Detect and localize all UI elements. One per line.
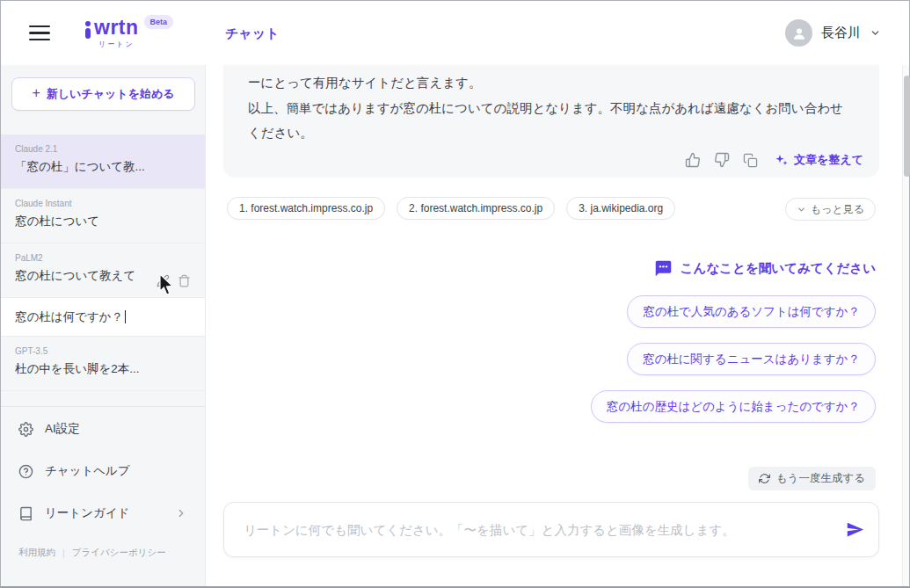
source-chip[interactable]: 1. forest.watch.impress.co.jp (227, 197, 385, 220)
user-icon (791, 25, 807, 41)
app-window: wrtn リートン Beta チャット 長谷川 + 新しいチャットを始める Cl… (0, 0, 910, 588)
new-chat-button[interactable]: + 新しいチャットを始める (11, 77, 195, 111)
chat-history-list: Claude 2.1 「窓の杜」について教... Claude Instant … (1, 134, 205, 391)
chat-bubble-icon (654, 259, 673, 278)
sparkles-icon (775, 153, 789, 167)
chat-input[interactable] (224, 503, 878, 556)
user-menu[interactable]: 長谷川 (785, 19, 881, 47)
sidebar-item-label: AI設定 (45, 421, 80, 437)
logo-text: wrtn (94, 17, 139, 38)
beta-badge: Beta (144, 15, 174, 29)
chat-history-item[interactable]: PaLM2 窓の杜について教えて (1, 243, 205, 298)
terms-link[interactable]: 利用規約 (18, 547, 55, 559)
more-button[interactable]: もっと見る (785, 198, 876, 221)
assistant-message: ーにとって有用なサイトだと言えます。 以上、簡単ではありますが窓の杜についての説… (223, 65, 879, 178)
polish-button[interactable]: 文章を整えて (775, 152, 863, 168)
refresh-icon (759, 473, 770, 484)
pencil-icon (157, 274, 170, 287)
chat-input-container (223, 502, 879, 557)
plus-icon: + (32, 85, 40, 101)
regenerate-button[interactable]: もう一度生成する (748, 467, 876, 490)
chat-title: 杜の中を長い脚を2本... (15, 361, 191, 377)
delete-button[interactable] (178, 274, 191, 287)
source-chip[interactable]: 2. forest.watch.impress.co.jp (397, 197, 555, 220)
suggestion-chip[interactable]: 窓の杜で人気のあるソフトは何ですか？ (627, 295, 876, 328)
privacy-link[interactable]: プライバシーポリシー (72, 547, 166, 559)
chat-model-label: GPT-3.5 (15, 346, 191, 356)
regenerate-label: もう一度生成する (776, 471, 865, 486)
nav-tab-chat[interactable]: チャット (225, 25, 279, 42)
chat-title: 「窓の杜」について教... (15, 159, 191, 175)
chat-model-label: PaLM2 (15, 253, 191, 263)
user-name: 長谷川 (821, 25, 861, 41)
message-text: 以上、簡単ではありますが窓の杜についての説明となります。不明な点があれば遠慮なく… (248, 96, 855, 146)
chat-title: 窓の杜は何ですか？ (15, 309, 123, 325)
new-chat-label: 新しいチャットを始める (47, 86, 175, 102)
chat-title-edit[interactable]: 窓の杜は何ですか？ (1, 298, 205, 337)
thumbs-up-icon (685, 152, 701, 168)
chevron-right-icon (175, 507, 187, 519)
scrollbar[interactable] (902, 65, 909, 586)
thumbs-down-button[interactable] (714, 152, 730, 168)
copy-icon (743, 153, 758, 168)
chat-main: ーにとって有用なサイトだと言えます。 以上、簡単ではありますが窓の杜についての説… (206, 65, 902, 586)
legal-links: 利用規約 | プライバシーポリシー (18, 547, 166, 559)
send-button[interactable] (846, 520, 864, 539)
message-actions: 文章を整えて (685, 152, 863, 168)
source-chips: 1. forest.watch.impress.co.jp 2. forest.… (227, 197, 675, 220)
hamburger-icon (29, 25, 50, 27)
suggestion-chip[interactable]: 窓の杜に関するニュースはありますか？ (627, 343, 876, 375)
sidebar-item-ai-settings[interactable]: AI設定 (1, 408, 205, 450)
chat-history-item[interactable]: Claude Instant 窓の杜について (1, 189, 205, 243)
avatar (785, 19, 812, 47)
polish-label: 文章を整えて (794, 152, 863, 168)
sidebar-item-label: リートンガイド (45, 505, 129, 521)
logo-mark-icon (85, 21, 91, 39)
scrollbar-thumb[interactable] (904, 76, 910, 177)
guide-icon (18, 506, 33, 521)
chat-title: 窓の杜について (15, 214, 191, 229)
sidebar: + 新しいチャットを始める Claude 2.1 「窓の杜」について教... C… (1, 65, 206, 586)
source-chip[interactable]: 3. ja.wikipedia.org (566, 197, 675, 220)
thumbs-down-icon (714, 152, 730, 168)
edit-button[interactable] (157, 274, 170, 287)
gear-icon (18, 422, 33, 437)
send-icon (846, 520, 864, 539)
chevron-down-icon (870, 27, 881, 39)
suggestions-title: こんなことを聞いてみてください (681, 260, 876, 277)
message-text: ーにとって有用なサイトだと言えます。 (248, 70, 855, 96)
sidebar-item-guide[interactable]: リートンガイド (1, 492, 205, 534)
suggestions-header: こんなことを聞いてみてください (654, 259, 876, 278)
divider (1, 406, 205, 407)
help-icon (18, 464, 33, 479)
copy-button[interactable] (743, 153, 758, 168)
more-label: もっと見る (811, 202, 864, 217)
chevron-down-icon (797, 205, 806, 214)
logo[interactable]: wrtn リートン Beta (85, 17, 173, 49)
menu-button[interactable] (29, 24, 54, 42)
thumbs-up-button[interactable] (685, 152, 701, 168)
text-caret (125, 310, 126, 323)
header: wrtn リートン Beta チャット 長谷川 (1, 1, 909, 65)
logo-subtext: リートン (98, 40, 135, 49)
sidebar-item-chat-help[interactable]: チャットヘルプ (1, 450, 205, 492)
trash-icon (178, 274, 191, 287)
sidebar-menu: AI設定 チャットヘルプ リートンガイド (1, 408, 205, 534)
chat-history-item[interactable]: Claude 2.1 「窓の杜」について教... (1, 134, 205, 189)
chat-model-label: Claude 2.1 (15, 144, 191, 154)
legal-separator: | (62, 548, 65, 558)
chat-history-item[interactable]: GPT-3.5 杜の中を長い脚を2本... (1, 337, 205, 391)
suggestion-chip[interactable]: 窓の杜の歴史はどのように始まったのですか？ (591, 390, 876, 423)
chat-model-label: Claude Instant (15, 199, 191, 208)
sidebar-item-label: チャットヘルプ (45, 463, 130, 479)
